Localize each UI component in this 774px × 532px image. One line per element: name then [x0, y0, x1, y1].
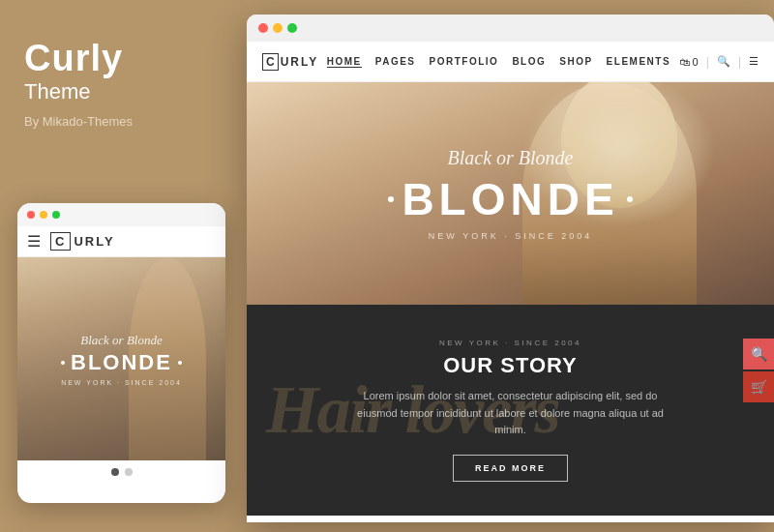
mobile-hamburger-icon[interactable]: ☰: [27, 232, 41, 251]
desktop-maximize-dot: [287, 23, 297, 33]
floating-cart-icon[interactable]: 🛒: [743, 371, 774, 402]
desktop-read-more-button[interactable]: READ MORE: [453, 455, 568, 482]
cart-icon[interactable]: 🛍 0: [679, 56, 699, 68]
brand-title: Curly: [24, 39, 213, 79]
mobile-close-dot: [27, 211, 35, 219]
mobile-indicator-2[interactable]: [125, 468, 133, 476]
mobile-carousel-indicators: [17, 460, 225, 484]
desktop-story-section: Hair lovers NEW YORK · SINCE 2004 OUR ST…: [247, 305, 774, 516]
mobile-window-controls: [17, 203, 225, 226]
mobile-preview: ☰ C URLY Black or Blonde BLONDE NEW YORK…: [17, 203, 225, 503]
desktop-story-location: NEW YORK · SINCE 2004: [346, 339, 675, 347]
mobile-hero-main: BLONDE: [71, 350, 172, 375]
desktop-hero-main-row: BLONDE: [388, 173, 632, 225]
mobile-indicator-1[interactable]: [111, 468, 119, 476]
desktop-logo-rest: URLY: [281, 55, 319, 69]
mobile-hero-subtitle: NEW YORK · SINCE 2004: [61, 379, 182, 386]
nav-separator-2: |: [738, 55, 741, 69]
mobile-navbar: ☰ C URLY: [17, 226, 225, 257]
mobile-bullet-right: [178, 361, 182, 365]
desktop-hero-script: Black or Blonde: [448, 147, 574, 169]
nav-blog[interactable]: BLOG: [512, 56, 546, 68]
menu-icon[interactable]: ☰: [749, 55, 759, 68]
desktop-bullet-right: [627, 196, 633, 202]
mobile-hero-dots-row: BLONDE: [61, 350, 182, 375]
nav-portfolio[interactable]: PORTFOLIO: [430, 56, 499, 68]
desktop-story-content: NEW YORK · SINCE 2004 OUR STORY Lorem ip…: [346, 339, 675, 482]
mobile-logo-text: URLY: [74, 234, 114, 249]
mobile-maximize-dot: [52, 211, 60, 219]
floating-search-icon[interactable]: 🔍: [743, 339, 774, 369]
nav-elements[interactable]: ELEMENTS: [607, 56, 670, 68]
brand-by: By Mikado-Themes: [24, 114, 213, 129]
search-icon[interactable]: 🔍: [717, 55, 730, 68]
desktop-bullet-left: [388, 196, 394, 202]
desktop-story-title: OUR STORY: [346, 353, 675, 378]
desktop-close-dot: [258, 23, 268, 33]
left-panel: Curly Theme By Mikado-Themes ☰ C URLY Bl…: [0, 0, 237, 532]
mobile-minimize-dot: [40, 211, 47, 219]
desktop-window-controls: [247, 15, 774, 42]
desktop-navbar: C URLY HOME PAGES PORTFOLIO BLOG SHOP EL…: [247, 42, 774, 82]
mobile-hero: Black or Blonde BLONDE NEW YORK · SINCE …: [17, 257, 225, 460]
desktop-story-body: Lorem ipsum dolor sit amet, consectetur …: [346, 388, 675, 439]
desktop-hero-main-text: BLONDE: [402, 173, 618, 225]
mobile-bullet-left: [61, 361, 65, 365]
nav-shop[interactable]: SHOP: [559, 56, 592, 68]
desktop-hero-subtitle: NEW YORK · SINCE 2004: [429, 231, 592, 241]
desktop-logo: C URLY: [262, 53, 318, 71]
nav-separator-1: |: [706, 55, 709, 69]
mobile-logo-bracket: C: [50, 232, 71, 251]
desktop-nav-links: HOME PAGES PORTFOLIO BLOG SHOP ELEMENTS: [327, 56, 670, 68]
nav-pages[interactable]: PAGES: [375, 56, 416, 68]
desktop-logo-bracket: C: [262, 53, 279, 71]
floating-sidebar-icons: 🔍 🛒: [743, 339, 774, 402]
desktop-minimize-dot: [273, 23, 283, 33]
desktop-nav-icons: 🛍 0 | 🔍 | ☰: [679, 55, 759, 69]
nav-home[interactable]: HOME: [327, 56, 362, 68]
mobile-hero-script: Black or Blonde: [80, 333, 162, 348]
desktop-preview: C URLY HOME PAGES PORTFOLIO BLOG SHOP EL…: [247, 15, 774, 522]
desktop-hero-section: Black or Blonde BLONDE NEW YORK · SINCE …: [247, 82, 774, 305]
brand-subtitle: Theme: [24, 79, 213, 104]
